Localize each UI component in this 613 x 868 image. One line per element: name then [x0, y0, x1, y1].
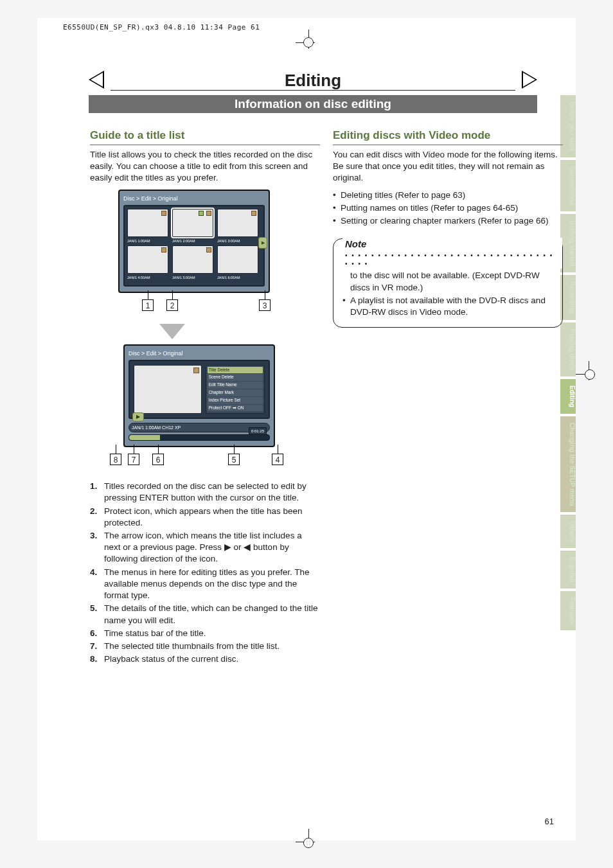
menu-chapter-mark: Chapter Mark [208, 389, 263, 396]
note-label: Note [345, 238, 560, 251]
list-item-4: The menus in here for editing titles as … [104, 567, 320, 602]
tab-others: Others [560, 515, 576, 548]
callout-line [172, 290, 173, 299]
thumb-4-label: JAN/1 4:00AM [127, 276, 168, 280]
tab-setup-menu: Changing the SETUP menu [560, 416, 576, 512]
intro-para-right: You can edit discs with Video mode for t… [333, 149, 563, 184]
thumb-1-label: JAN/1 1:00AM [127, 239, 168, 244]
note-dots: • • • • • • • • • • • • • • • • • • • • … [345, 251, 560, 269]
crop-header: E6550UD(EN_SP_FR).qx3 04.8.10 11:34 Page… [63, 23, 260, 31]
callout-line [158, 445, 159, 454]
callout-line [148, 290, 148, 299]
note-item-2: •A playlist is not available with the DV… [342, 295, 553, 318]
protect-icon [206, 211, 211, 216]
screen-1: Disc > Edit > Original JAN/1 1:00AM JAN/… [118, 190, 270, 293]
protect-icon [161, 211, 166, 216]
list-num: 3. [90, 530, 104, 565]
progress-time: 0:01:25 [249, 427, 267, 435]
menu-protect-toggle: Protect OFF ➡ ON [208, 405, 263, 412]
callout-5: 5 [228, 454, 240, 465]
callout-8: 8 [110, 454, 121, 465]
numbered-list: 1.Titles recorded on the disc can be sel… [90, 481, 320, 665]
thumb-grid: JAN/1 1:00AM JAN/1 2:00AM JAN/1 3:00AM J… [123, 205, 265, 287]
bullet-2: •Putting names on titles (Refer to pages… [333, 202, 563, 214]
lock-icon [199, 211, 204, 216]
screen-2-breadcrumb: Disc > Edit > Original [129, 350, 270, 357]
list-item-1: Titles recorded on the disc can be selec… [104, 481, 320, 504]
section-bar: Information on disc editing [89, 95, 537, 113]
protect-icon [193, 368, 199, 373]
edit-menu: Title Delete Scene Delete Edit Title Nam… [206, 365, 265, 414]
protect-icon [251, 211, 256, 216]
screen-1-breadcrumb: Disc > Edit > Original [123, 195, 265, 202]
list-item-8: Playback status of the current disc. [104, 653, 320, 665]
heading-editing-video-mode: Editing discs with Video mode [333, 128, 563, 143]
right-column: Editing discs with Video mode You can ed… [333, 128, 563, 328]
note-label-wrap: Note • • • • • • • • • • • • • • • • • •… [342, 238, 562, 268]
callouts-row-1: 1 2 3 [118, 296, 274, 317]
title-banner: Editing [89, 71, 537, 93]
chevron-left-icon [89, 71, 104, 89]
list-item-2: Protect icon, which appears when the tit… [104, 506, 320, 529]
thumb-4 [127, 245, 168, 274]
menu-index-picture-set: Index Picture Set [208, 397, 263, 404]
page-number: 61 [545, 817, 554, 826]
callout-line [134, 445, 134, 454]
heading-rule [90, 145, 320, 145]
thumb-1 [127, 209, 168, 237]
title-list-screenshot: Disc > Edit > Original JAN/1 1:00AM JAN/… [118, 190, 274, 317]
thumb-5 [172, 245, 213, 274]
crop-mark-top-circle [303, 37, 314, 48]
bullet-3-text: Setting or clearing chapter markers (Ref… [341, 215, 548, 227]
page: E6550UD(EN_SP_FR).qx3 04.8.10 11:34 Page… [37, 18, 576, 840]
title-edit-screenshot: Disc > Edit > Original Title Delete Scen… [95, 344, 296, 472]
menu-edit-title-name: Edit Title Name [208, 382, 263, 389]
protect-icon [161, 247, 166, 252]
callout-7: 7 [128, 454, 139, 465]
thumb-3-label: JAN/1 3:00AM [217, 239, 258, 244]
heading-rule [333, 145, 563, 145]
callout-3: 3 [259, 299, 271, 311]
list-item-5: The details of the title, which can be c… [104, 603, 320, 626]
tab-espanol: Español [560, 551, 576, 589]
callout-1: 1 [142, 299, 154, 311]
thumb-6 [217, 245, 258, 274]
crop-mark-bottom-circle [303, 838, 314, 848]
callout-4: 4 [272, 454, 283, 465]
callout-2: 2 [166, 299, 178, 311]
list-item-7: The selected title thumbnails from the t… [104, 641, 320, 652]
progress-fill [129, 435, 160, 440]
preview-thumbnail [134, 365, 202, 414]
note-box: Note • • • • • • • • • • • • • • • • • •… [333, 238, 563, 328]
thumb-6-label: JAN/1 6:00AM [217, 276, 258, 280]
list-item-3: The arrow icon, which means the title li… [104, 530, 320, 565]
title-rule [111, 90, 515, 91]
protect-icon [206, 247, 211, 252]
down-arrow-icon [159, 324, 185, 339]
preview-area: Title Delete Scene Delete Edit Title Nam… [129, 360, 270, 419]
screen-2: Disc > Edit > Original Title Delete Scen… [123, 344, 275, 448]
callout-line [278, 445, 278, 454]
tab-editing: Editing [560, 379, 576, 414]
tab-francais: Français [560, 591, 576, 630]
play-icon [132, 412, 144, 421]
status-text: JAN/1 1:00AM CH12 XP [132, 425, 181, 430]
list-item-6: Time status bar of the title. [104, 628, 320, 639]
thumb-2-label: JAN/1 2:00AM [172, 239, 213, 244]
bullet-2-text: Putting names on titles (Refer to pages … [341, 202, 518, 214]
progress-bar: 0:01:25 [129, 434, 270, 441]
list-num: 8. [90, 653, 104, 665]
callout-line [265, 290, 265, 299]
chevron-right-icon [522, 71, 537, 89]
note-item-2-text: A playlist is not available with the DVD… [350, 295, 553, 318]
bullet-3: •Setting or clearing chapter markers (Re… [333, 215, 563, 227]
menu-title-delete: Title Delete [208, 367, 263, 374]
callout-line [116, 445, 116, 454]
heading-guide-title-list: Guide to a title list [90, 128, 320, 143]
callouts-row-2: 8 7 6 5 4 [95, 450, 296, 472]
thumb-5-label: JAN/1 5:00AM [172, 276, 213, 280]
list-num: 6. [90, 628, 104, 639]
callout-6: 6 [152, 454, 164, 465]
list-num: 2. [90, 506, 104, 529]
thumb-3 [217, 209, 258, 237]
